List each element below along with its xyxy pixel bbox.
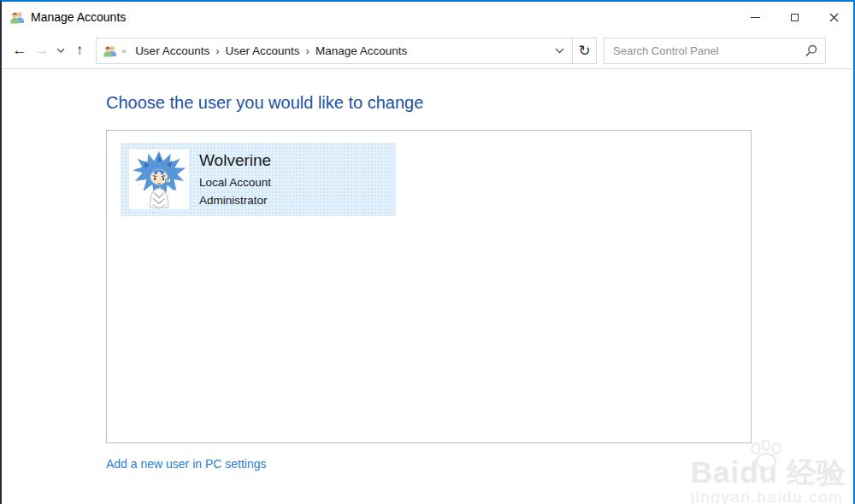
breadcrumb-item-2[interactable]: User Accounts (223, 44, 303, 57)
user-avatar (129, 149, 189, 209)
up-icon: ↑ (76, 42, 84, 59)
add-new-user-link[interactable]: Add a new user in PC settings (106, 457, 267, 471)
watermark-site: jingyan.baidu.com (691, 488, 846, 504)
main-content: Baidu 经验 jingyan.baidu.com Choose the us… (2, 93, 853, 504)
watermark-brand: Baidu 经验 (691, 457, 846, 488)
chevron-down-icon (555, 48, 564, 54)
window-controls (735, 2, 853, 32)
close-button[interactable] (814, 2, 853, 32)
close-icon (829, 13, 839, 22)
chevron-down-icon (56, 48, 65, 53)
breadcrumb-separator-icon: › (303, 44, 313, 57)
forward-button[interactable]: → (31, 39, 53, 62)
breadcrumb-item-3[interactable]: Manage Accounts (313, 44, 410, 57)
user-tile-text: Wolverine Local Account Administrator (199, 150, 271, 209)
breadcrumb-overflow-chevron[interactable]: « (121, 45, 127, 56)
title-bar: Manage Accounts (2, 2, 853, 32)
refresh-button[interactable]: ↻ (573, 38, 596, 63)
paw-icon (747, 440, 785, 471)
maximize-button[interactable] (775, 2, 814, 32)
search-box (604, 38, 826, 64)
breadcrumb-separator-icon: › (212, 44, 222, 57)
forward-icon: → (35, 42, 50, 59)
navigation-toolbar: ← → ↑ « User Accounts › User Accounts › … (2, 32, 853, 69)
user-tile-wolverine[interactable]: Wolverine Local Account Administrator (121, 143, 396, 216)
window-title: Manage Accounts (31, 10, 126, 24)
user-account-type: Local Account (199, 173, 271, 191)
user-name: Wolverine (199, 150, 271, 171)
back-button[interactable]: ← (9, 39, 31, 62)
breadcrumb-item-1[interactable]: User Accounts (133, 44, 212, 57)
user-accounts-icon (9, 10, 25, 24)
breadcrumb-user-accounts-icon[interactable] (103, 44, 117, 57)
up-button[interactable]: ↑ (68, 39, 91, 62)
address-dropdown-button[interactable] (546, 38, 572, 63)
search-input[interactable] (604, 44, 805, 57)
refresh-icon: ↻ (578, 42, 590, 60)
baidu-watermark: Baidu 经验 jingyan.baidu.com (691, 457, 846, 504)
minimize-button[interactable] (735, 2, 775, 32)
user-list-box: Wolverine Local Account Administrator (106, 130, 752, 443)
minimize-icon (751, 17, 760, 18)
watermark-brand-cn: 经验 (787, 457, 846, 488)
recent-locations-button[interactable] (53, 39, 68, 62)
user-role: Administrator (199, 191, 271, 209)
watermark-brand-latin: Baidu (691, 457, 778, 488)
manage-accounts-window: Manage Accounts ← → ↑ « User Accounts (0, 0, 855, 504)
maximize-icon (791, 14, 799, 21)
address-bar: « User Accounts › User Accounts › Manage… (96, 38, 597, 64)
back-icon: ← (13, 42, 27, 59)
page-title: Choose the user you would like to change (106, 93, 853, 113)
search-icon[interactable] (805, 44, 817, 57)
